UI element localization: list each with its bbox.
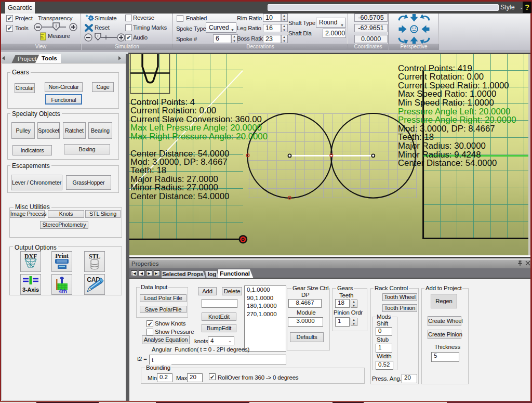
svg-text:3-Axis: 3-Axis	[22, 287, 39, 293]
svg-text:4th: 4th	[59, 288, 67, 294]
svg-text:Print: Print	[55, 252, 69, 259]
svg-text:STL: STL	[89, 253, 100, 260]
